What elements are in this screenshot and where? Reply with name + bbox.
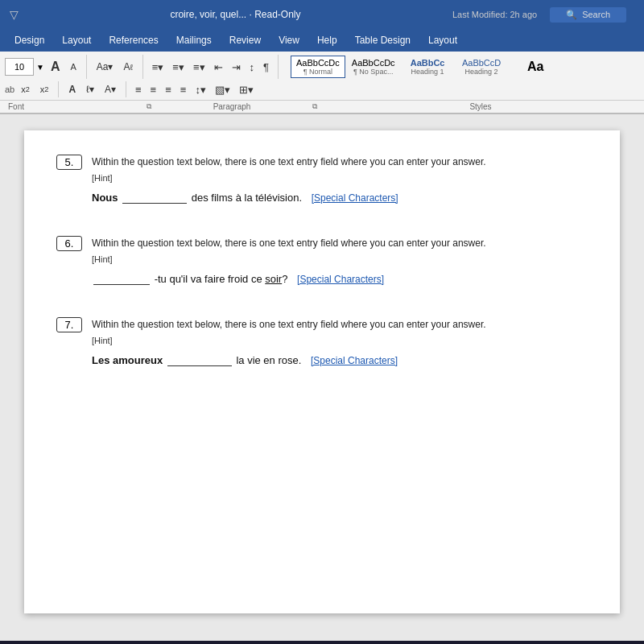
question-7-block: 7. Within the question text below, there… bbox=[56, 317, 588, 366]
style-heading1[interactable]: AaBbCc Heading 1 bbox=[402, 56, 454, 77]
indent-decrease-icon[interactable]: ⇤ bbox=[211, 60, 226, 75]
strikethrough-label: ab bbox=[5, 85, 14, 94]
line-spacing-icon[interactable]: ↕▾ bbox=[192, 82, 209, 97]
question-6-input[interactable] bbox=[93, 270, 150, 285]
subscript-button[interactable]: x2 bbox=[17, 80, 34, 98]
document-title: croire, voir, quel... · Read-Only bbox=[19, 9, 452, 20]
ribbon: ▼ A A Aa▾ Aℓ ≡▾ ≡▾ ≡▾ ⇤ ⇥ ↕ ¶ AaBbCcDc ¶… bbox=[0, 52, 644, 114]
question-7-number: 7. bbox=[56, 317, 82, 332]
search-bar[interactable]: 🔍 Search bbox=[550, 7, 626, 23]
menu-review[interactable]: Review bbox=[221, 31, 269, 49]
align-left-icon[interactable]: ≡ bbox=[132, 82, 145, 97]
style-nospace-sample: AaBbCcDc bbox=[352, 58, 395, 68]
question-5-content: Nous des films à la télévision. [Special… bbox=[92, 189, 588, 204]
justify-icon[interactable]: ≡ bbox=[177, 82, 190, 97]
document-page: 5. Within the question text below, there… bbox=[24, 130, 620, 613]
list-icon[interactable]: ≡▾ bbox=[149, 60, 167, 75]
window-control: ▽ bbox=[10, 8, 19, 21]
menu-view[interactable]: View bbox=[270, 31, 308, 49]
borders-icon[interactable]: ⊞▾ bbox=[236, 82, 257, 97]
style-h2-sample: AaBbCcD bbox=[462, 58, 501, 68]
menu-bar: Design Layout References Mailings Review… bbox=[0, 29, 644, 52]
font-color-button[interactable]: A bbox=[64, 80, 80, 98]
question-5-number: 5. bbox=[56, 155, 82, 170]
menu-mailings[interactable]: Mailings bbox=[168, 31, 220, 49]
question-6-after: -tu qu'il va faire froid ce soir? bbox=[155, 273, 288, 285]
indent-increase-icon[interactable]: ⇥ bbox=[229, 60, 244, 75]
menu-design[interactable]: Design bbox=[6, 31, 52, 49]
format-painter-button[interactable]: Aℓ bbox=[120, 58, 137, 76]
question-7-input[interactable] bbox=[167, 352, 232, 366]
style-title-sample: Aa bbox=[527, 60, 543, 73]
menu-table-design[interactable]: Table Design bbox=[347, 31, 419, 49]
style-normal-label: AaBbCcDc bbox=[296, 58, 340, 68]
menu-references[interactable]: References bbox=[101, 31, 166, 49]
question-7-content: Les amoureux la vie en rose. [Special Ch… bbox=[92, 352, 588, 366]
shading-icon[interactable]: ▧▾ bbox=[212, 82, 233, 97]
style-heading2[interactable]: AaBbCcD Heading 2 bbox=[456, 56, 508, 77]
font-section-label: Font bbox=[0, 102, 145, 111]
style-h1-sample: AaBbCc bbox=[411, 58, 445, 68]
font-grow-button[interactable]: A bbox=[47, 58, 64, 76]
question-5-block: 5. Within the question text below, there… bbox=[56, 155, 588, 204]
question-6-instruction: Within the question text below, there is… bbox=[92, 236, 486, 250]
text-effect-button[interactable]: A▾ bbox=[101, 80, 120, 98]
menu-layout2[interactable]: Layout bbox=[420, 31, 465, 49]
dropdown-arrow-font[interactable]: ▼ bbox=[36, 63, 44, 72]
question-6-hint[interactable]: [Hint] bbox=[92, 254, 588, 264]
pilcrow-icon[interactable]: ¶ bbox=[260, 60, 272, 75]
highlight-button[interactable]: ℓ▾ bbox=[82, 80, 98, 98]
question-5-input[interactable] bbox=[122, 189, 187, 204]
styles-section: AaBbCcDc ¶ Normal AaBbCcDc ¶ No Spac... … bbox=[291, 56, 639, 78]
question-6-special-chars[interactable]: [Special Characters] bbox=[297, 274, 384, 285]
search-placeholder: Search bbox=[582, 10, 610, 19]
style-title[interactable]: Aa bbox=[510, 58, 562, 76]
numberedlist-icon[interactable]: ≡▾ bbox=[169, 60, 188, 75]
question-7-hint[interactable]: [Hint] bbox=[92, 336, 588, 345]
question-5-hint[interactable]: [Hint] bbox=[92, 173, 588, 183]
last-modified: Last Modified: 2h ago bbox=[452, 10, 537, 19]
search-icon: 🔍 bbox=[566, 10, 577, 20]
document-area: 5. Within the question text below, there… bbox=[0, 114, 644, 641]
multilevel-icon[interactable]: ≡▾ bbox=[190, 60, 208, 75]
question-5-instruction: Within the question text below, there is… bbox=[92, 155, 486, 169]
question-7-after: la vie en rose. bbox=[236, 354, 301, 366]
aa-button[interactable]: Aa▾ bbox=[93, 58, 118, 76]
question-6-number: 6. bbox=[56, 236, 82, 251]
section-labels: Font ⧉ Paragraph ⧉ Styles bbox=[0, 100, 644, 113]
sort-icon[interactable]: ↕ bbox=[246, 60, 258, 75]
question-6-underlined-word: soir bbox=[265, 273, 282, 285]
style-nospace[interactable]: AaBbCcDc ¶ No Spac... bbox=[347, 56, 400, 77]
style-normal[interactable]: AaBbCcDc ¶ Normal bbox=[291, 56, 345, 78]
align-right-icon[interactable]: ≡ bbox=[162, 82, 175, 97]
styles-section-label: Styles bbox=[317, 102, 644, 111]
title-bar: ▽ croire, voir, quel... · Read-Only Last… bbox=[0, 0, 644, 29]
question-7-before: Les amoureux bbox=[92, 354, 163, 366]
superscript-button[interactable]: x2 bbox=[36, 80, 53, 98]
paragraph-section-label: Paragraph bbox=[151, 102, 312, 111]
question-5-after: des films à la télévision. bbox=[192, 192, 302, 204]
question-6-content: -tu qu'il va faire froid ce soir? [Speci… bbox=[92, 270, 588, 285]
question-5-special-chars[interactable]: [Special Characters] bbox=[312, 192, 398, 204]
question-7-instruction: Within the question text below, there is… bbox=[92, 317, 486, 332]
question-6-block: 6. Within the question text below, there… bbox=[56, 236, 588, 285]
menu-layout[interactable]: Layout bbox=[54, 31, 99, 49]
question-5-nous: Nous bbox=[92, 192, 118, 204]
font-shrink-button[interactable]: A bbox=[66, 58, 80, 76]
menu-help[interactable]: Help bbox=[309, 31, 345, 49]
align-center-icon[interactable]: ≡ bbox=[147, 82, 160, 97]
question-7-special-chars[interactable]: [Special Characters] bbox=[311, 355, 398, 366]
font-size-input[interactable] bbox=[5, 58, 34, 76]
